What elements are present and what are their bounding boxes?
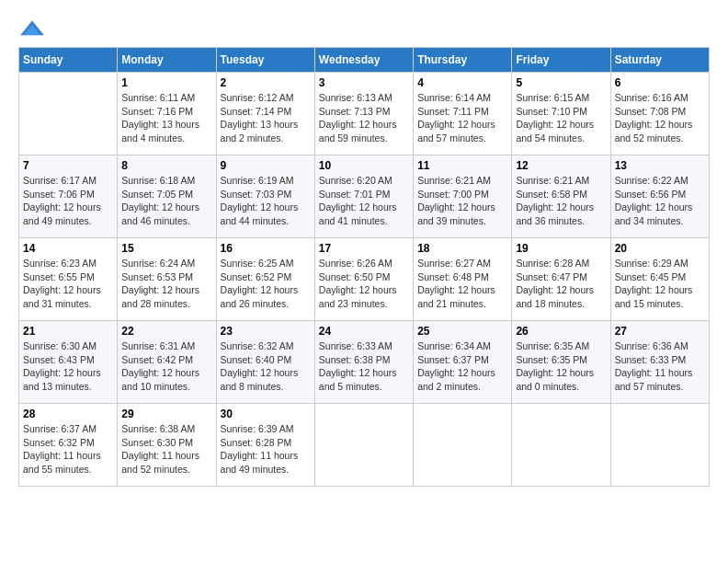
logo xyxy=(18,18,50,38)
day-info: Sunrise: 6:16 AMSunset: 7:08 PMDaylight:… xyxy=(615,91,705,145)
calendar-header: SundayMondayTuesdayWednesdayThursdayFrid… xyxy=(19,48,710,73)
calendar-cell: 2 Sunrise: 6:12 AMSunset: 7:14 PMDayligh… xyxy=(216,73,314,155)
calendar-cell: 26 Sunrise: 6:35 AMSunset: 6:35 PMDaylig… xyxy=(512,321,610,404)
calendar-cell: 14 Sunrise: 6:23 AMSunset: 6:55 PMDaylig… xyxy=(19,238,118,321)
day-info: Sunrise: 6:27 AMSunset: 6:48 PMDaylight:… xyxy=(417,257,507,311)
day-number: 16 xyxy=(221,242,311,255)
day-number: 28 xyxy=(23,408,113,420)
calendar-cell: 3 Sunrise: 6:13 AMSunset: 7:13 PMDayligh… xyxy=(314,73,413,155)
day-number: 5 xyxy=(516,76,606,89)
day-number: 17 xyxy=(319,242,409,255)
header-wednesday: Wednesday xyxy=(314,48,413,73)
week-row-3: 14 Sunrise: 6:23 AMSunset: 6:55 PMDaylig… xyxy=(19,238,710,321)
day-number: 1 xyxy=(121,76,211,89)
calendar-cell: 4 Sunrise: 6:14 AMSunset: 7:11 PMDayligh… xyxy=(414,73,512,155)
day-info: Sunrise: 6:26 AMSunset: 6:50 PMDaylight:… xyxy=(319,257,409,311)
day-number: 29 xyxy=(121,408,211,420)
day-number: 20 xyxy=(615,242,705,255)
calendar-cell: 16 Sunrise: 6:25 AMSunset: 6:52 PMDaylig… xyxy=(216,238,314,321)
day-info: Sunrise: 6:31 AMSunset: 6:42 PMDaylight:… xyxy=(121,339,211,394)
day-number: 19 xyxy=(516,242,606,255)
day-number: 4 xyxy=(417,76,507,89)
calendar-cell xyxy=(314,404,413,487)
week-row-2: 7 Sunrise: 6:17 AMSunset: 7:06 PMDayligh… xyxy=(19,155,710,238)
day-number: 22 xyxy=(121,325,211,338)
day-info: Sunrise: 6:23 AMSunset: 6:55 PMDaylight:… xyxy=(23,257,113,311)
calendar-cell: 28 Sunrise: 6:37 AMSunset: 6:32 PMDaylig… xyxy=(19,404,118,487)
calendar-cell: 19 Sunrise: 6:28 AMSunset: 6:47 PMDaylig… xyxy=(512,238,610,321)
calendar-table: SundayMondayTuesdayWednesdayThursdayFrid… xyxy=(18,47,710,487)
day-number: 9 xyxy=(221,159,311,172)
week-row-5: 28 Sunrise: 6:37 AMSunset: 6:32 PMDaylig… xyxy=(19,404,710,487)
day-info: Sunrise: 6:29 AMSunset: 6:45 PMDaylight:… xyxy=(615,257,705,311)
calendar-cell: 6 Sunrise: 6:16 AMSunset: 7:08 PMDayligh… xyxy=(610,73,709,155)
day-info: Sunrise: 6:14 AMSunset: 7:11 PMDaylight:… xyxy=(417,91,507,145)
day-info: Sunrise: 6:32 AMSunset: 6:40 PMDaylight:… xyxy=(221,339,311,394)
day-info: Sunrise: 6:28 AMSunset: 6:47 PMDaylight:… xyxy=(516,257,606,311)
day-info: Sunrise: 6:21 AMSunset: 7:00 PMDaylight:… xyxy=(417,174,507,228)
calendar-cell: 30 Sunrise: 6:39 AMSunset: 6:28 PMDaylig… xyxy=(216,404,314,487)
calendar-cell: 15 Sunrise: 6:24 AMSunset: 6:53 PMDaylig… xyxy=(118,238,216,321)
day-info: Sunrise: 6:19 AMSunset: 7:03 PMDaylight:… xyxy=(221,174,311,228)
header-friday: Friday xyxy=(512,48,610,73)
day-info: Sunrise: 6:36 AMSunset: 6:33 PMDaylight:… xyxy=(615,339,705,394)
calendar-cell: 5 Sunrise: 6:15 AMSunset: 7:10 PMDayligh… xyxy=(512,73,610,155)
calendar-cell: 10 Sunrise: 6:20 AMSunset: 7:01 PMDaylig… xyxy=(314,155,413,238)
day-info: Sunrise: 6:18 AMSunset: 7:05 PMDaylight:… xyxy=(121,174,211,228)
day-number: 11 xyxy=(417,159,507,172)
week-row-4: 21 Sunrise: 6:30 AMSunset: 6:43 PMDaylig… xyxy=(19,321,710,404)
day-number: 10 xyxy=(319,159,409,172)
day-number: 18 xyxy=(417,242,507,255)
calendar-cell xyxy=(19,73,118,155)
calendar-cell: 29 Sunrise: 6:38 AMSunset: 6:30 PMDaylig… xyxy=(118,404,216,487)
day-number: 23 xyxy=(221,325,311,338)
calendar-cell: 9 Sunrise: 6:19 AMSunset: 7:03 PMDayligh… xyxy=(216,155,314,238)
calendar-cell xyxy=(512,404,610,487)
day-info: Sunrise: 6:37 AMSunset: 6:32 PMDaylight:… xyxy=(23,422,113,477)
header-tuesday: Tuesday xyxy=(216,48,314,73)
header-thursday: Thursday xyxy=(414,48,512,73)
day-number: 27 xyxy=(615,325,705,338)
header-row: SundayMondayTuesdayWednesdayThursdayFrid… xyxy=(19,48,710,73)
day-info: Sunrise: 6:20 AMSunset: 7:01 PMDaylight:… xyxy=(319,174,409,228)
day-number: 24 xyxy=(319,325,409,338)
calendar-cell: 22 Sunrise: 6:31 AMSunset: 6:42 PMDaylig… xyxy=(118,321,216,404)
calendar-cell: 12 Sunrise: 6:21 AMSunset: 6:58 PMDaylig… xyxy=(512,155,610,238)
calendar-cell: 27 Sunrise: 6:36 AMSunset: 6:33 PMDaylig… xyxy=(610,321,709,404)
day-info: Sunrise: 6:15 AMSunset: 7:10 PMDaylight:… xyxy=(516,91,606,145)
header-monday: Monday xyxy=(118,48,216,73)
header-sunday: Sunday xyxy=(19,48,118,73)
day-info: Sunrise: 6:35 AMSunset: 6:35 PMDaylight:… xyxy=(516,339,606,394)
day-number: 8 xyxy=(121,159,211,172)
calendar-cell: 18 Sunrise: 6:27 AMSunset: 6:48 PMDaylig… xyxy=(414,238,512,321)
day-info: Sunrise: 6:39 AMSunset: 6:28 PMDaylight:… xyxy=(221,422,311,477)
day-info: Sunrise: 6:12 AMSunset: 7:14 PMDaylight:… xyxy=(221,91,311,145)
day-info: Sunrise: 6:13 AMSunset: 7:13 PMDaylight:… xyxy=(319,91,409,145)
day-info: Sunrise: 6:38 AMSunset: 6:30 PMDaylight:… xyxy=(121,422,211,477)
day-info: Sunrise: 6:17 AMSunset: 7:06 PMDaylight:… xyxy=(23,174,113,228)
calendar-cell xyxy=(414,404,512,487)
day-number: 30 xyxy=(221,408,311,420)
day-number: 25 xyxy=(417,325,507,338)
calendar-cell: 23 Sunrise: 6:32 AMSunset: 6:40 PMDaylig… xyxy=(216,321,314,404)
day-number: 21 xyxy=(23,325,113,338)
week-row-1: 1 Sunrise: 6:11 AMSunset: 7:16 PMDayligh… xyxy=(19,73,710,155)
calendar-cell: 8 Sunrise: 6:18 AMSunset: 7:05 PMDayligh… xyxy=(118,155,216,238)
day-number: 26 xyxy=(516,325,606,338)
logo-icon xyxy=(18,19,46,38)
day-info: Sunrise: 6:11 AMSunset: 7:16 PMDaylight:… xyxy=(121,91,211,145)
day-number: 15 xyxy=(121,242,211,255)
day-number: 13 xyxy=(615,159,705,172)
day-number: 2 xyxy=(221,76,311,89)
calendar-body: 1 Sunrise: 6:11 AMSunset: 7:16 PMDayligh… xyxy=(19,73,710,487)
day-info: Sunrise: 6:24 AMSunset: 6:53 PMDaylight:… xyxy=(121,257,211,311)
day-number: 12 xyxy=(516,159,606,172)
calendar-cell xyxy=(610,404,709,487)
day-number: 7 xyxy=(23,159,113,172)
day-number: 6 xyxy=(615,76,705,89)
day-info: Sunrise: 6:25 AMSunset: 6:52 PMDaylight:… xyxy=(221,257,311,311)
calendar-cell: 24 Sunrise: 6:33 AMSunset: 6:38 PMDaylig… xyxy=(314,321,413,404)
day-number: 14 xyxy=(23,242,113,255)
header-saturday: Saturday xyxy=(610,48,709,73)
calendar-cell: 1 Sunrise: 6:11 AMSunset: 7:16 PMDayligh… xyxy=(118,73,216,155)
